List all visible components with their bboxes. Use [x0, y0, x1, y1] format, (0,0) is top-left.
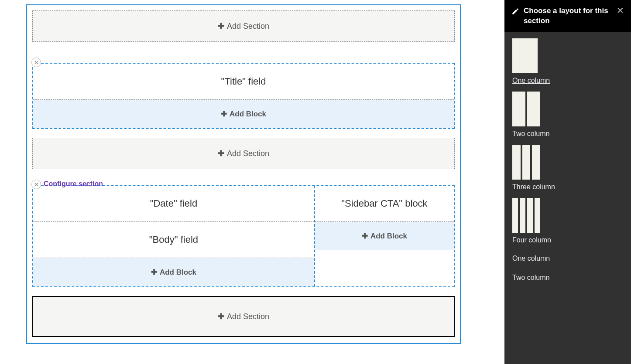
layout-option-label: One column: [512, 77, 623, 85]
layout-thumb-four: [512, 198, 540, 233]
layout-option-four-column[interactable]: Four column: [512, 198, 623, 247]
layout-thumb-two: [512, 92, 540, 126]
layout-thumb-one: [512, 38, 538, 73]
layout-option-label: Three column: [512, 183, 623, 191]
section-region-twocol: "Date" field "Body" field ✚Add Block "Si…: [32, 185, 455, 287]
plus-icon: ✚: [218, 312, 224, 321]
section-title: ✕ "Title" field ✚Add Block: [32, 63, 455, 129]
add-section-button-top[interactable]: ✚Add Section: [32, 10, 455, 42]
add-block-button[interactable]: ✚Add Block: [315, 222, 454, 250]
plus-icon: ✚: [221, 110, 227, 118]
region-main: "Date" field "Body" field ✚Add Block: [33, 186, 315, 286]
add-block-button[interactable]: ✚Add Block: [33, 100, 454, 128]
block-sidebar-cta[interactable]: "Sidebar CTA" block: [315, 186, 454, 222]
add-block-label: Add Block: [370, 232, 407, 240]
block-body-field[interactable]: "Body" field: [33, 222, 314, 258]
close-icon: ✕: [34, 181, 39, 188]
layout-option-label: Four column: [512, 236, 623, 244]
close-icon: ✕: [34, 59, 39, 66]
region-content: "Title" field ✚Add Block: [33, 64, 454, 128]
block-title-field[interactable]: "Title" field: [33, 64, 454, 100]
layout-chooser-panel: Choose a layout for this section ✕ One c…: [504, 0, 631, 364]
plus-icon: ✚: [218, 22, 224, 31]
add-block-label: Add Block: [160, 268, 196, 276]
layout-option-one-column-text[interactable]: One column: [512, 251, 623, 266]
add-section-label: Add Section: [227, 312, 269, 321]
close-icon: ✕: [617, 6, 624, 15]
add-section-label: Add Section: [227, 22, 269, 31]
panel-title: Choose a layout for this section: [524, 6, 617, 26]
layout-container: ✚Add Section ✕ "Title" field ✚Add Block …: [26, 4, 461, 344]
section-region-onecol: "Title" field ✚Add Block: [32, 63, 455, 129]
panel-close-button[interactable]: ✕: [617, 6, 624, 15]
layout-options-list: One column Two column Three column Four …: [504, 32, 631, 291]
add-section-button-mid[interactable]: ✚Add Section: [32, 138, 455, 169]
remove-section-button[interactable]: ✕: [31, 180, 41, 189]
layout-option-two-column-text[interactable]: Two column: [512, 270, 623, 285]
add-block-button[interactable]: ✚Add Block: [33, 258, 314, 286]
configure-section-link[interactable]: Configure section: [44, 180, 103, 188]
layout-option-three-column[interactable]: Three column: [512, 145, 623, 194]
layout-option-label: Two column: [512, 130, 623, 138]
section-two-column: ✕ Configure section "Date" field "Body" …: [32, 185, 455, 287]
pencil-icon: [511, 7, 519, 17]
layout-option-two-column[interactable]: Two column: [512, 92, 623, 140]
layout-option-one-column[interactable]: One column: [512, 38, 623, 87]
add-block-label: Add Block: [230, 110, 266, 118]
region-sidebar: "Sidebar CTA" block ✚Add Block: [315, 186, 454, 286]
add-section-button-current[interactable]: ✚Add Section: [32, 296, 455, 337]
block-date-field[interactable]: "Date" field: [33, 186, 314, 222]
panel-header: Choose a layout for this section ✕: [504, 0, 631, 32]
plus-icon: ✚: [218, 149, 224, 158]
layout-editor: ✚Add Section ✕ "Title" field ✚Add Block …: [0, 0, 504, 364]
plus-icon: ✚: [362, 232, 368, 240]
plus-icon: ✚: [151, 268, 157, 276]
add-section-label: Add Section: [227, 149, 269, 158]
remove-section-button[interactable]: ✕: [31, 58, 41, 67]
layout-thumb-three: [512, 145, 540, 180]
